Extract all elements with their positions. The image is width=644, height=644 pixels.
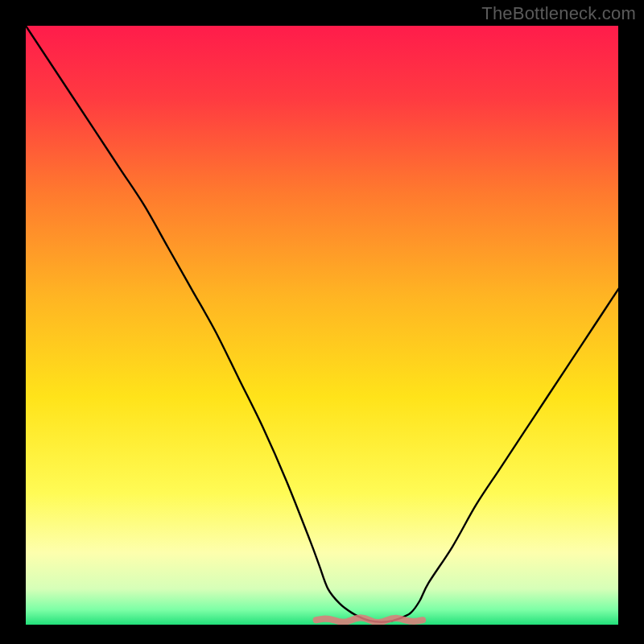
watermark-text: TheBottleneck.com: [481, 3, 636, 24]
plot-area: [26, 26, 618, 625]
bottleneck-curve-chart: [26, 26, 618, 625]
gradient-background: [26, 26, 618, 625]
chart-frame: TheBottleneck.com: [0, 0, 644, 644]
optimal-range-marker: [316, 617, 423, 622]
